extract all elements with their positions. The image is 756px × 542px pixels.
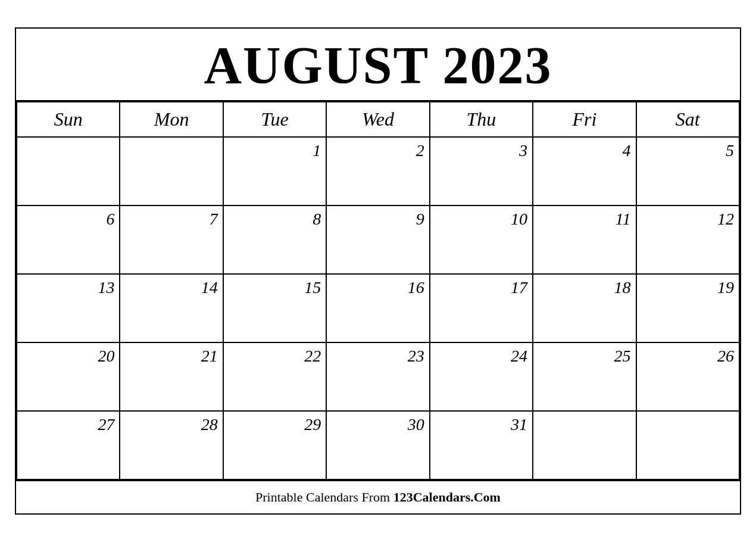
- day-number: 1: [229, 141, 321, 160]
- week-row-3: 13141516171819: [17, 274, 739, 342]
- footer-prefix: Printable Calendars From: [255, 490, 393, 504]
- day-number: 24: [435, 347, 527, 366]
- calendar-cell[interactable]: 5: [636, 137, 739, 205]
- day-number: 13: [22, 278, 114, 297]
- calendar-cell[interactable]: 15: [223, 274, 326, 342]
- calendar-cell[interactable]: 28: [120, 411, 223, 479]
- day-header-thu: Thu: [430, 102, 533, 137]
- day-number: 18: [538, 278, 630, 297]
- day-number: 28: [125, 415, 217, 434]
- calendar-cell[interactable]: 11: [533, 205, 636, 274]
- calendar-cell[interactable]: 26: [636, 342, 739, 411]
- calendar-cell[interactable]: 4: [533, 137, 636, 205]
- calendar-cell[interactable]: [636, 411, 739, 479]
- calendar-cell[interactable]: 29: [223, 411, 326, 479]
- day-number: 15: [229, 278, 321, 297]
- day-number: 12: [642, 210, 734, 229]
- day-header-tue: Tue: [223, 102, 326, 137]
- calendar-cell[interactable]: 14: [120, 274, 223, 342]
- calendar-cell[interactable]: [17, 137, 120, 205]
- calendar-cell[interactable]: 24: [430, 342, 533, 411]
- day-number: 16: [332, 278, 424, 297]
- calendar-cell[interactable]: 2: [326, 137, 429, 205]
- day-number: 9: [332, 210, 424, 229]
- calendar-cell[interactable]: 25: [533, 342, 636, 411]
- day-number: 17: [435, 278, 527, 297]
- day-header-sat: Sat: [636, 102, 739, 137]
- footer-brand: 123Calendars.Com: [393, 490, 501, 504]
- calendar-cell[interactable]: 27: [17, 411, 120, 479]
- calendar-cell[interactable]: 16: [326, 274, 429, 342]
- day-number: 10: [435, 210, 527, 229]
- day-number: 30: [332, 415, 424, 434]
- day-number: 7: [125, 210, 217, 229]
- day-number: 31: [435, 415, 527, 434]
- day-number: 19: [642, 278, 734, 297]
- day-number: 22: [229, 347, 321, 366]
- day-header-wed: Wed: [326, 102, 429, 137]
- day-number: 14: [125, 278, 217, 297]
- calendar-cell[interactable]: 20: [17, 342, 120, 411]
- week-row-1: 12345: [17, 137, 739, 205]
- day-number: 3: [435, 141, 527, 160]
- calendar-cell[interactable]: 18: [533, 274, 636, 342]
- days-of-week-row: SunMonTueWedThuFriSat: [17, 102, 739, 137]
- calendar-cell[interactable]: 12: [636, 205, 739, 274]
- calendar-cell[interactable]: 7: [120, 205, 223, 274]
- calendar-footer: Printable Calendars From 123Calendars.Co…: [16, 480, 740, 513]
- calendar-cell[interactable]: 30: [326, 411, 429, 479]
- calendar-cell[interactable]: 19: [636, 274, 739, 342]
- day-header-fri: Fri: [533, 102, 636, 137]
- calendar-cell[interactable]: 6: [17, 205, 120, 274]
- day-number: 29: [229, 415, 321, 434]
- week-row-2: 6789101112: [17, 205, 739, 274]
- calendar-cell[interactable]: 3: [430, 137, 533, 205]
- calendar-cell[interactable]: 1: [223, 137, 326, 205]
- day-number: 8: [229, 210, 321, 229]
- day-number: 21: [125, 347, 217, 366]
- day-header-sun: Sun: [17, 102, 120, 137]
- calendar-cell[interactable]: 21: [120, 342, 223, 411]
- calendar-header: AUGUST 2023: [16, 29, 740, 101]
- day-header-mon: Mon: [120, 102, 223, 137]
- day-number: 23: [332, 347, 424, 366]
- calendar-cell[interactable]: 23: [326, 342, 429, 411]
- calendar-cell[interactable]: 9: [326, 205, 429, 274]
- day-number: 5: [642, 141, 734, 160]
- day-number: 26: [642, 347, 734, 366]
- day-number: 2: [332, 141, 424, 160]
- day-number: 27: [22, 415, 114, 434]
- calendar-cell[interactable]: [533, 411, 636, 479]
- day-number: 20: [22, 347, 114, 366]
- calendar-cell[interactable]: 8: [223, 205, 326, 274]
- week-row-5: 2728293031: [17, 411, 739, 479]
- day-number: 11: [538, 210, 630, 229]
- calendar-cell[interactable]: 13: [17, 274, 120, 342]
- calendar-cell[interactable]: 10: [430, 205, 533, 274]
- calendar-cell[interactable]: 31: [430, 411, 533, 479]
- calendar-container: AUGUST 2023 SunMonTueWedThuFriSat 123456…: [15, 27, 741, 515]
- calendar-grid: SunMonTueWedThuFriSat 123456789101112131…: [16, 101, 740, 480]
- day-number: 4: [538, 141, 630, 160]
- calendar-cell[interactable]: 22: [223, 342, 326, 411]
- week-row-4: 20212223242526: [17, 342, 739, 411]
- day-number: 6: [22, 210, 114, 229]
- calendar-cell[interactable]: [120, 137, 223, 205]
- calendar-title: AUGUST 2023: [22, 39, 734, 92]
- day-number: 25: [538, 347, 630, 366]
- calendar-cell[interactable]: 17: [430, 274, 533, 342]
